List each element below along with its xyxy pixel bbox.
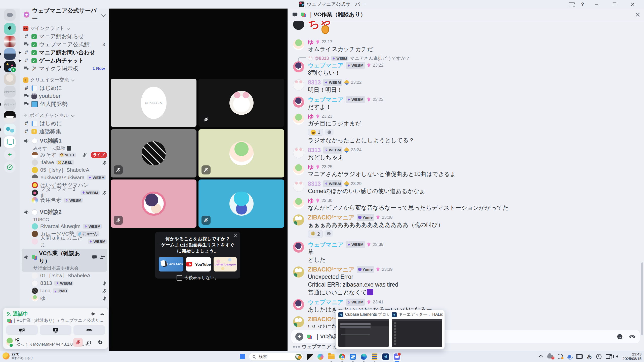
screenshare-button[interactable] <box>40 325 71 335</box>
add-reaction-button[interactable] <box>325 230 333 237</box>
voice-member[interactable]: みそすNEETライブ <box>22 151 107 159</box>
voice-member[interactable]: tanaPMD <box>22 287 107 294</box>
category-creator[interactable]: !クリエイター交流 <box>23 77 106 83</box>
message[interactable]: 8313WEBM23:22 明日！明日！ <box>293 79 635 94</box>
taskbar-discord-active[interactable] <box>392 352 401 361</box>
tray-expand-icon[interactable] <box>539 355 543 359</box>
taskbar-copilot[interactable] <box>316 352 325 361</box>
activity-letter-league[interactable]: Letter League <box>214 257 237 272</box>
ime-mode[interactable]: あ <box>587 353 592 360</box>
avatar[interactable] <box>293 266 304 278</box>
alarm-icon[interactable] <box>596 354 601 359</box>
avatar[interactable] <box>293 97 304 108</box>
explore-button[interactable] <box>0 161 20 173</box>
channel-ingame-chat[interactable]: #ゲーム内チャット <box>22 57 107 64</box>
category-minecraft[interactable]: マインクラフト <box>23 25 106 32</box>
gamepad-icon[interactable] <box>629 333 636 340</box>
channel-call-recruit[interactable]: #通話募集 <box>22 128 107 135</box>
voice-member[interactable]: 8313WEBM <box>22 279 107 287</box>
reaction-grin[interactable]: 1 <box>308 129 323 136</box>
voice-channel-vc3-selected[interactable]: VC作業（雑談あり） <box>22 249 107 266</box>
server-no-saba-2[interactable]: のサーバ <box>0 98 20 111</box>
voice-channel-vc1[interactable]: VC雑談1 <box>22 136 107 146</box>
screenshare-window-icon[interactable] <box>569 2 575 6</box>
onedrive-error-icon[interactable] <box>547 355 553 358</box>
server-miku-duo[interactable] <box>0 123 20 136</box>
window-thumbnail[interactable] <box>392 319 442 347</box>
video-tile-blue-avatar[interactable] <box>198 179 284 228</box>
server-sunglass-cat[interactable] <box>0 111 20 123</box>
dont-show-again[interactable]: 今後表示しない。 <box>159 275 237 281</box>
minimize-button[interactable] <box>591 1 602 8</box>
settings-button[interactable] <box>95 338 105 347</box>
server-red-art[interactable] <box>0 35 20 48</box>
server-no-saba-1[interactable]: のサーバ <box>0 85 20 98</box>
home-button[interactable] <box>0 9 20 21</box>
video-tile-shabelea[interactable]: SHABELEA <box>111 79 196 127</box>
preview-window-key-editor[interactable]: キーエディター： HALion Sonic... <box>392 312 442 347</box>
checkbox[interactable] <box>177 275 182 281</box>
voice-member[interactable]: !falweARSL <box>22 159 107 166</box>
sync-icon[interactable] <box>557 354 563 359</box>
voice-quality-icon[interactable] <box>90 311 96 316</box>
avatar[interactable] <box>293 114 304 125</box>
taskbar-explorer[interactable] <box>327 352 336 361</box>
emoji-picker-icon[interactable] <box>617 333 623 340</box>
avatar[interactable] <box>293 242 304 253</box>
avatar[interactable] <box>293 181 304 192</box>
deafen-button[interactable] <box>84 338 94 347</box>
search-box[interactable]: 検索 <box>249 353 303 361</box>
server-header[interactable]: ウェブマニア公式サーバー <box>20 9 109 21</box>
add-server-button[interactable]: + <box>0 148 20 161</box>
server-fireworks[interactable] <box>0 60 20 73</box>
chat-scrollbar[interactable] <box>641 262 643 335</box>
video-tile-catgirl[interactable] <box>198 79 284 127</box>
open-chat-icon[interactable] <box>92 255 97 260</box>
message-with-reaction[interactable]: ゆ23:23 ガチ目にラジオまだ 1 ラジオなかったことにしようとしてる？ <box>293 113 635 144</box>
channel-mania-inquiry[interactable]: #マニア鯖お問い合わせ <box>22 49 107 56</box>
invite-member-icon[interactable] <box>100 255 105 260</box>
disconnect-call-icon[interactable] <box>100 311 105 316</box>
voice-member[interactable]: 人間 a.k.a. カニたまWEBM <box>22 238 107 245</box>
server-suit-man[interactable] <box>0 48 20 60</box>
video-tile-checkered[interactable] <box>111 129 196 177</box>
taskbar-cubase-active[interactable] <box>381 352 390 361</box>
channel-micra-board[interactable]: マイクラ掲示板1 New <box>22 65 107 72</box>
reaction-kusa[interactable]: 草2 <box>308 230 323 238</box>
taskbar-app-dark[interactable] <box>305 352 314 361</box>
start-button[interactable] <box>238 353 247 361</box>
close-button[interactable] <box>627 1 638 8</box>
voice-member[interactable]: プターフィー3世WEBM <box>22 189 107 196</box>
message[interactable]: ウェブマニアWEBM23:23 だすよ！ <box>293 96 635 111</box>
voice-member[interactable]: Yukiwara/YukiwaraWEBM <box>22 174 107 181</box>
category-voice[interactable]: ボイスチャンネル <box>23 112 106 119</box>
clock[interactable]: 23:43 2025/08/15 <box>623 352 641 361</box>
avatar[interactable] <box>293 21 304 30</box>
server-art-easel-active[interactable] <box>0 136 20 148</box>
close-chat-icon[interactable] <box>635 13 639 17</box>
video-tile-yu[interactable] <box>198 129 284 177</box>
taskbar-edge[interactable] <box>359 352 368 361</box>
taskbar-chrome[interactable] <box>338 352 346 361</box>
message-sticker[interactable]: ちゃ <box>293 21 635 36</box>
avatar[interactable] <box>293 79 304 90</box>
message[interactable]: ウェブマニアWEBM23:39 草 どした <box>293 241 635 264</box>
cast-icon[interactable] <box>606 354 612 359</box>
channel-indie-dev[interactable]: 個人開発勢 <box>22 100 107 108</box>
maximize-button[interactable] <box>609 1 620 8</box>
sticker[interactable]: ちゃ <box>308 21 336 36</box>
message[interactable]: ゆ23:30 なんかピアノから変な音なるなーって思ったらディストーションかかって… <box>293 197 635 212</box>
activity-youtube[interactable]: YouTube <box>186 257 211 272</box>
message[interactable]: 8313WEBM23:24 おどしちゃえ <box>293 147 635 161</box>
voice-member[interactable]: 05［!shy］ShabeleA <box>22 166 107 174</box>
voice-member[interactable]: 01［!shw］ShabeleA <box>22 272 107 279</box>
mic-mute-button[interactable] <box>73 338 83 347</box>
reply-context[interactable]: @8313WEBMマニアさん進捗どうですか？ <box>308 55 635 61</box>
mic-in-use-icon[interactable] <box>568 355 571 358</box>
voice-member[interactable]: Rivarzal AluwqimWEBM <box>22 222 107 230</box>
add-reaction-button[interactable] <box>325 129 334 135</box>
server-teal-monster[interactable] <box>0 23 20 35</box>
message[interactable]: ゆ23:17 オムライスカッチカチだ <box>293 39 635 53</box>
channel-hajimeni-2[interactable]: #はじめに <box>22 120 107 127</box>
message[interactable]: ゆ23:25 マニアさんがラジオしないと催促曲あと10曲はできるよ <box>293 164 635 178</box>
